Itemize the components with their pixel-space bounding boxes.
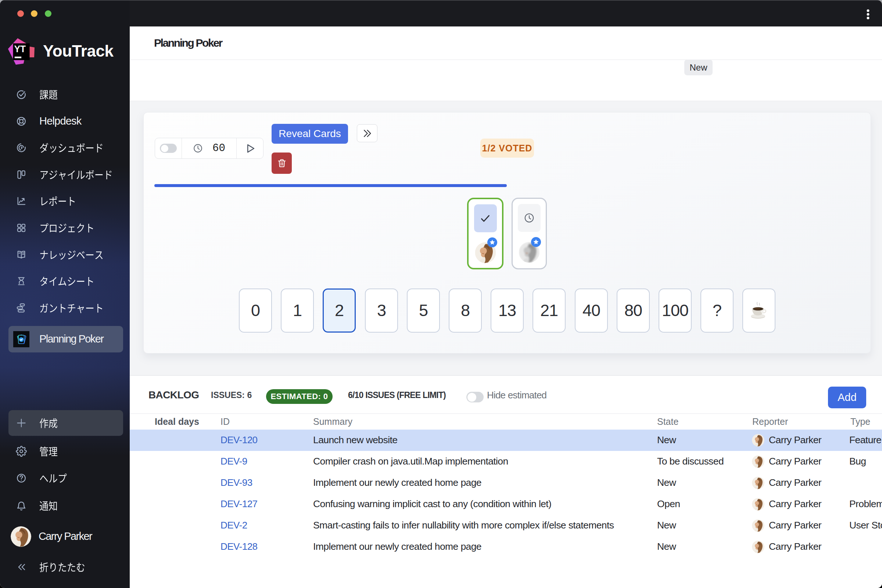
svg-text:YT: YT (14, 44, 26, 54)
